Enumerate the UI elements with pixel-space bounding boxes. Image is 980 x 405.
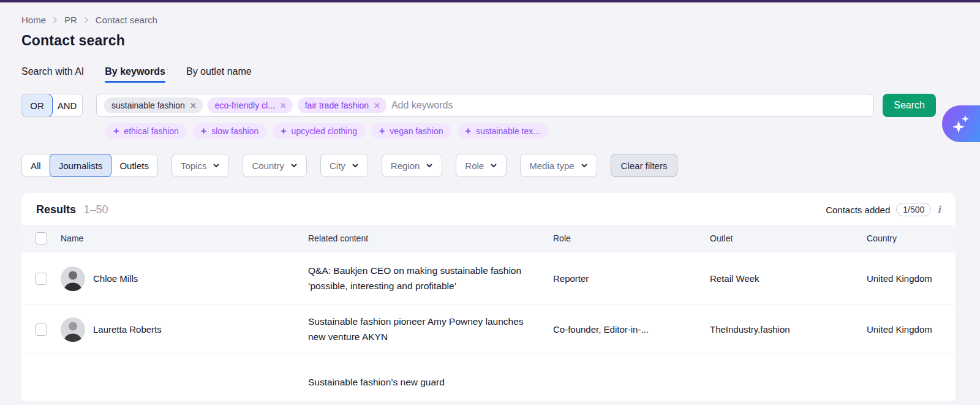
contact-role: Reporter <box>553 273 710 284</box>
contact-role: Co-founder, Editor-in-... <box>553 324 710 335</box>
row-checkbox[interactable] <box>35 324 47 336</box>
media-type-dropdown[interactable]: Media type <box>520 154 597 177</box>
contact-name[interactable]: Chloe Mills <box>93 273 138 284</box>
chevron-down-icon <box>352 162 359 169</box>
suggestion-label: slow fashion <box>211 126 258 136</box>
avatar <box>61 267 85 291</box>
region-dropdown[interactable]: Region <box>382 154 443 177</box>
table-row[interactable]: Lauretta Roberts Sustainable fashion pio… <box>21 305 956 354</box>
related-content: Q&A: Baukjen CEO on making sustainable f… <box>308 263 553 294</box>
segment-outlets[interactable]: Outlets <box>111 154 157 176</box>
contact-country: United Kingdom <box>867 273 956 284</box>
column-header-related-content: Related content <box>308 233 553 243</box>
suggestion-chip[interactable]: + vegan fashion <box>371 123 451 139</box>
dropdown-label: Topics <box>181 161 207 171</box>
chevron-down-icon <box>581 162 588 169</box>
avatar <box>61 317 85 342</box>
keyword-chip[interactable]: eco-friendly cl... ✕ <box>208 97 293 113</box>
related-content-line: Sustainable fashion’s new guard <box>308 375 535 390</box>
tab-by-keywords[interactable]: By keywords <box>105 66 165 83</box>
operator-toggle: OR AND <box>21 94 83 117</box>
related-content: Sustainable fashion’s new guard Five way… <box>308 375 553 401</box>
contacts-added-label: Contacts added <box>826 205 890 215</box>
select-all-checkbox[interactable] <box>35 232 47 244</box>
breadcrumb-pr[interactable]: PR <box>64 15 77 25</box>
keyword-chip[interactable]: sustainable fashion ✕ <box>104 97 203 113</box>
results-header: Results 1–50 Contacts added 1/500 i <box>21 193 956 225</box>
column-header-outlet: Outlet <box>710 233 867 243</box>
keyword-search-bar: OR AND sustainable fashion ✕ eco-friendl… <box>21 94 980 117</box>
add-keywords-input[interactable] <box>391 100 866 111</box>
plus-icon: + <box>281 126 286 136</box>
column-header-name: Name <box>61 233 308 243</box>
page-title: Contact search <box>21 32 980 49</box>
contacts-added-badge: 1/500 <box>896 203 931 216</box>
keywords-input-container[interactable]: sustainable fashion ✕ eco-friendly cl...… <box>96 94 874 117</box>
chevron-down-icon <box>490 162 497 169</box>
breadcrumb-contact-search: Contact search <box>96 15 157 25</box>
remove-keyword-icon[interactable]: ✕ <box>190 101 197 110</box>
dropdown-label: City <box>330 161 345 171</box>
suggestion-label: vegan fashion <box>390 126 443 136</box>
results-range: 1–50 <box>83 203 108 216</box>
keyword-chip-label: eco-friendly cl... <box>215 100 275 110</box>
segment-journalists[interactable]: Journalists <box>50 154 112 177</box>
row-checkbox[interactable] <box>35 273 47 285</box>
related-content: Sustainable fashion pioneer Amy Powney l… <box>308 314 553 345</box>
country-dropdown[interactable]: Country <box>243 154 307 177</box>
tab-search-with-ai[interactable]: Search with AI <box>21 66 84 83</box>
dropdown-label: Role <box>465 161 484 171</box>
keyword-chip-label: fair trade fashion <box>305 100 369 110</box>
table-row[interactable]: Chloe Mills Q&A: Baukjen CEO on making s… <box>21 252 956 305</box>
contact-name[interactable]: Lauretta Roberts <box>93 324 162 335</box>
column-header-role: Role <box>553 233 710 243</box>
chevron-down-icon <box>426 162 433 169</box>
operator-or-button[interactable]: OR <box>21 94 53 117</box>
suggestion-chip[interactable]: + upcycled clothing <box>273 123 365 139</box>
segment-all[interactable]: All <box>22 154 50 176</box>
search-button[interactable]: Search <box>883 94 936 117</box>
contact-outlet: Retail Week <box>710 273 867 284</box>
plus-icon: + <box>201 126 206 136</box>
results-card: Results 1–50 Contacts added 1/500 i Name… <box>21 193 956 401</box>
dropdown-label: Media type <box>529 161 574 171</box>
chevron-down-icon <box>290 162 298 169</box>
suggestion-chip[interactable]: + ethical fashion <box>105 123 187 139</box>
plus-icon: + <box>466 126 471 136</box>
remove-keyword-icon[interactable]: ✕ <box>280 101 287 110</box>
column-header-country: Country <box>867 233 956 243</box>
suggestion-label: upcycled clothing <box>292 126 357 136</box>
clear-filters-button[interactable]: Clear filters <box>611 154 678 177</box>
chevron-down-icon <box>213 162 220 169</box>
results-title: Results <box>36 203 76 216</box>
role-dropdown[interactable]: Role <box>456 154 507 177</box>
plus-icon: + <box>113 126 119 136</box>
keyword-chip[interactable]: fair trade fashion ✕ <box>298 97 386 113</box>
topics-dropdown[interactable]: Topics <box>172 154 230 177</box>
tab-by-outlet-name[interactable]: By outlet name <box>186 66 252 83</box>
search-mode-tabs: Search with AI By keywords By outlet nam… <box>21 66 980 83</box>
contact-type-segments: All Journalists Outlets <box>21 154 158 177</box>
operator-and-button[interactable]: AND <box>52 94 82 116</box>
dropdown-label: Country <box>252 161 284 171</box>
table-header-row: Name Related content Role Outlet Country <box>21 225 956 252</box>
ai-assistant-button[interactable] <box>942 105 980 142</box>
suggestion-label: sustainable tex... <box>476 126 540 136</box>
remove-keyword-icon[interactable]: ✕ <box>374 101 380 110</box>
sparkles-icon <box>951 113 971 134</box>
keyword-suggestions: + ethical fashion + slow fashion + upcyc… <box>105 123 980 139</box>
dropdown-label: Region <box>391 161 420 171</box>
results-count: Results 1–50 <box>36 203 108 216</box>
plus-icon: + <box>379 126 385 136</box>
suggestion-chip[interactable]: + slow fashion <box>193 123 266 139</box>
chevron-right-icon <box>83 17 89 23</box>
suggestion-chip[interactable]: + sustainable tex... <box>458 123 548 139</box>
contact-country: United Kingdom <box>867 324 956 335</box>
table-row[interactable]: Sustainable fashion’s new guard Five way… <box>21 354 956 401</box>
breadcrumb: Home PR Contact search <box>21 15 980 25</box>
breadcrumb-home[interactable]: Home <box>21 15 46 25</box>
keyword-chip-label: sustainable fashion <box>111 100 185 110</box>
city-dropdown[interactable]: City <box>320 154 368 177</box>
contacts-added: Contacts added 1/500 i <box>826 203 941 216</box>
info-icon[interactable]: i <box>937 204 941 215</box>
